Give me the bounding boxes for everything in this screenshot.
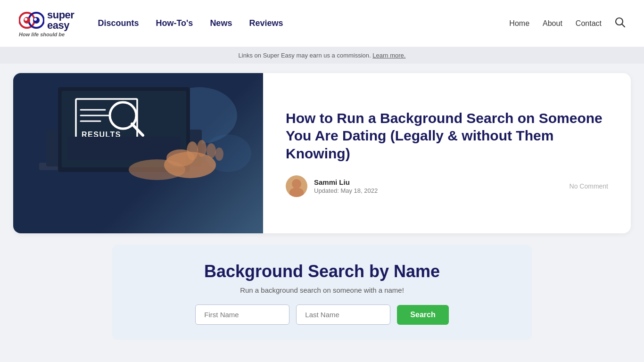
main-content: RESULTS CLICK click here for more inform…: [0, 64, 644, 349]
svg-line-7: [622, 24, 625, 27]
nav-about[interactable]: About: [543, 19, 562, 28]
logo-tagline: How life should be: [19, 32, 65, 37]
last-name-input[interactable]: [296, 304, 390, 325]
avatar: [286, 175, 307, 197]
search-submit-button[interactable]: Search: [397, 305, 448, 325]
learn-more-link[interactable]: Learn more.: [372, 52, 405, 59]
svg-point-29: [206, 143, 216, 158]
nav-news[interactable]: News: [210, 18, 232, 28]
author-info: Sammi Liu Updated: May 18, 2022: [314, 178, 378, 194]
svg-point-28: [197, 140, 206, 157]
nav-howtos[interactable]: How-To's: [156, 18, 193, 28]
nav-contact[interactable]: Contact: [576, 19, 602, 28]
search-form: Search: [131, 304, 513, 325]
article-card: RESULTS CLICK click here for more inform…: [13, 73, 631, 233]
logo-easy: easy: [47, 20, 74, 31]
search-icon: [615, 17, 625, 27]
search-widget-subtitle: Run a background search on someone with …: [131, 286, 513, 294]
no-comment-badge: No Comment: [570, 182, 608, 190]
header-right: Home About Contact: [509, 17, 625, 30]
article-meta: Sammi Liu Updated: May 18, 2022 No Comme…: [286, 175, 608, 197]
nav-reviews[interactable]: Reviews: [249, 18, 283, 28]
logo-tagline-emphasis: should: [40, 32, 57, 37]
header-left: super easy How life should be Discounts …: [19, 10, 283, 37]
logo-super: super: [47, 10, 74, 20]
svg-point-31: [129, 159, 185, 180]
search-widget: Background Search by Name Run a backgrou…: [112, 245, 532, 340]
commission-text: Links on Super Easy may earn us a commis…: [239, 52, 371, 59]
svg-point-4: [25, 18, 27, 21]
logo: super easy: [19, 10, 74, 31]
main-nav: Discounts How-To's News Reviews: [98, 18, 283, 28]
logo-text: super easy: [47, 10, 74, 31]
search-widget-title: Background Search by Name: [131, 262, 513, 281]
svg-point-30: [215, 148, 223, 161]
site-header: super easy How life should be Discounts …: [0, 0, 644, 47]
logo-svg-icon: [19, 10, 44, 31]
svg-point-5: [34, 18, 37, 21]
author-block: Sammi Liu Updated: May 18, 2022: [286, 175, 378, 197]
article-title: How to Run a Background Search on Someon…: [286, 109, 608, 163]
author-date: Updated: May 18, 2022: [314, 187, 378, 194]
svg-rect-24: [67, 137, 181, 160]
article-image: RESULTS CLICK click here for more inform…: [13, 73, 263, 233]
article-illustration: RESULTS CLICK click here for more inform…: [20, 78, 256, 229]
first-name-input[interactable]: [195, 304, 289, 325]
commission-bar: Links on Super Easy may earn us a commis…: [0, 47, 644, 64]
nav-discounts[interactable]: Discounts: [98, 18, 139, 28]
svg-point-27: [187, 141, 198, 160]
search-button[interactable]: [615, 17, 625, 30]
logo-area[interactable]: super easy How life should be: [19, 10, 74, 37]
article-content: How to Run a Background Search on Someon…: [263, 90, 631, 216]
nav-home[interactable]: Home: [509, 19, 529, 28]
author-name: Sammi Liu: [314, 178, 378, 186]
